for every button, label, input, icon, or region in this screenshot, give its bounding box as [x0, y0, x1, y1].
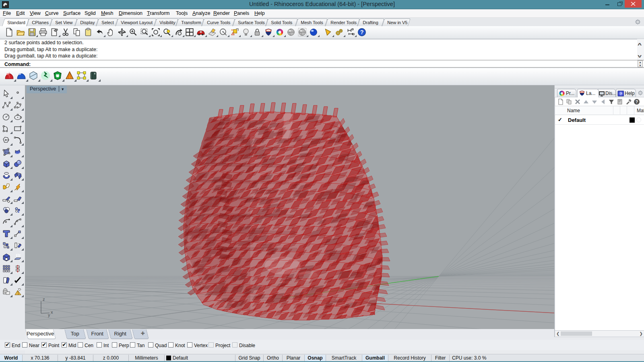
- svg-text:z: z: [43, 297, 45, 302]
- svg-text:y: y: [48, 313, 50, 317]
- svg-text:?: ?: [620, 92, 622, 96]
- svg-text:?: ?: [636, 100, 638, 104]
- svg-text:x: x: [51, 310, 53, 315]
- svg-text:?: ?: [360, 29, 364, 35]
